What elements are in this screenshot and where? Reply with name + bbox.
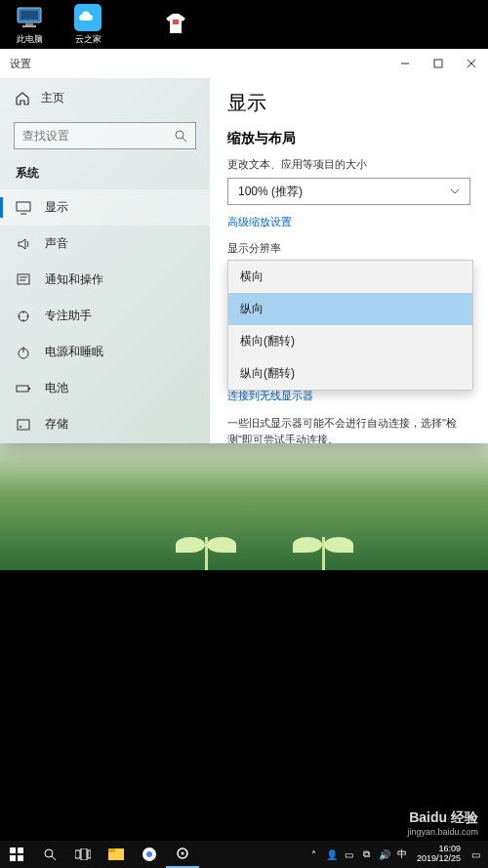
tray-volume-icon[interactable]: 🔊 [376, 841, 393, 868]
titlebar: 设置 [0, 49, 488, 78]
focus-icon [16, 309, 31, 324]
taskbar-app-chrome[interactable] [133, 841, 166, 868]
svg-point-23 [20, 426, 21, 428]
chevron-down-icon [450, 188, 460, 194]
svg-rect-39 [108, 848, 115, 852]
orientation-option[interactable]: 纵向(翻转) [228, 357, 472, 390]
sidebar-item-battery[interactable]: 电池 [0, 370, 210, 406]
search-input[interactable] [14, 122, 196, 149]
sidebar-item-sound[interactable]: 声音 [0, 226, 210, 262]
orientation-option[interactable]: 横向(翻转) [228, 325, 472, 357]
search-icon [174, 129, 187, 143]
sidebar-item-focus[interactable]: 专注助手 [0, 298, 210, 334]
advanced-scale-link[interactable]: 高级缩放设置 [227, 215, 470, 229]
svg-rect-36 [81, 848, 87, 860]
sound-icon [16, 236, 31, 252]
sidebar-item-label: 电源和睡眠 [45, 344, 103, 360]
battery-icon [16, 381, 31, 396]
tray-network-icon[interactable]: ⧉ [358, 841, 376, 868]
resolution-label: 显示分辨率 [227, 241, 470, 256]
storage-icon [16, 417, 31, 433]
scale-label: 更改文本、应用等项目的大小 [227, 157, 470, 172]
section-scale: 缩放与布局 [227, 130, 470, 147]
svg-rect-20 [17, 386, 28, 392]
display-icon [16, 200, 31, 216]
svg-rect-5 [173, 20, 179, 24]
pc-icon [16, 4, 43, 31]
content-pane: 显示 缩放与布局 更改文本、应用等项目的大小 100% (推荐) 高级缩放设置 … [210, 78, 488, 443]
sidebar-item-storage[interactable]: 存储 [0, 406, 210, 442]
search-button[interactable] [33, 841, 66, 868]
taskbar-app-settings[interactable] [166, 841, 199, 868]
watermark: Baidu 经验 jingyan.baidu.com [407, 809, 478, 837]
sidebar-item-notifications[interactable]: 通知和操作 [0, 262, 210, 298]
svg-point-43 [182, 852, 184, 855]
tray-ime-icon[interactable]: 中 [393, 841, 411, 868]
sidebar-item-label: 电池 [45, 380, 68, 396]
start-button[interactable] [0, 841, 33, 868]
tray-up-icon[interactable]: ˄ [305, 841, 323, 868]
home-link[interactable]: 主页 [0, 84, 210, 112]
orientation-option[interactable]: 横向 [228, 261, 472, 293]
svg-rect-7 [434, 60, 442, 67]
svg-rect-29 [10, 847, 16, 853]
svg-line-11 [183, 138, 186, 142]
svg-rect-12 [17, 202, 30, 211]
cloud-icon [74, 4, 102, 31]
window-title: 设置 [10, 57, 388, 71]
svg-point-41 [146, 851, 152, 857]
sidebar-item-display[interactable]: 显示 [0, 189, 210, 226]
sidebar-item-power[interactable]: 电源和睡眠 [0, 334, 210, 370]
settings-window: 设置 主页 系统 显示声音通知和操作专注助手电源和睡眠电池存储平板模式多任务处理 [0, 49, 488, 443]
svg-line-34 [52, 856, 56, 860]
svg-rect-2 [25, 23, 33, 25]
task-view-button[interactable] [66, 841, 100, 868]
svg-rect-14 [18, 274, 29, 284]
sidebar-item-label: 通知和操作 [45, 271, 103, 288]
section-header: 系统 [0, 161, 210, 189]
tray-people-icon[interactable]: 👤 [323, 841, 341, 868]
svg-rect-3 [22, 25, 36, 27]
svg-rect-37 [88, 850, 91, 858]
detect-note: 一些旧式显示器可能不会进行自动连接，选择"检测"即可尝试手动连接。 [227, 415, 470, 443]
page-title: 显示 [227, 90, 470, 116]
sidebar-item-tablet[interactable]: 平板模式 [0, 442, 210, 443]
taskbar-clock[interactable]: 16:09 2019/12/25 [411, 845, 467, 864]
connect-wireless-link[interactable]: 连接到无线显示器 [227, 389, 470, 403]
svg-point-10 [176, 131, 183, 139]
svg-rect-22 [18, 420, 29, 430]
sidebar: 主页 系统 显示声音通知和操作专注助手电源和睡眠电池存储平板模式多任务处理 [0, 78, 210, 443]
maximize-button[interactable] [422, 49, 455, 78]
desktop-icon-cloud-home[interactable]: 云之家 [68, 4, 107, 46]
taskbar-app-explorer[interactable] [100, 841, 133, 868]
orientation-dropdown-open: 横向纵向横向(翻转)纵向(翻转) [227, 260, 473, 391]
svg-rect-32 [18, 855, 23, 861]
svg-rect-1 [20, 11, 38, 20]
home-icon [16, 92, 29, 105]
power-icon [16, 345, 31, 360]
svg-point-33 [45, 849, 53, 857]
orientation-option[interactable]: 纵向 [228, 293, 472, 325]
close-button[interactable] [455, 49, 488, 78]
minimize-button[interactable] [388, 49, 422, 78]
desktop-icon-this-pc[interactable]: 此电脑 [10, 4, 49, 46]
notifications-icon [16, 272, 31, 288]
tray-notification-icon[interactable]: ▭ [467, 841, 484, 868]
sidebar-item-label: 专注助手 [45, 308, 92, 324]
sidebar-item-label: 存储 [45, 416, 68, 433]
svg-rect-35 [75, 850, 80, 858]
scale-dropdown[interactable]: 100% (推荐) [227, 178, 470, 205]
sidebar-item-label: 声音 [45, 235, 68, 252]
wallpaper [0, 443, 488, 570]
sidebar-item-label: 显示 [45, 199, 68, 216]
svg-rect-21 [28, 388, 30, 390]
svg-rect-30 [18, 847, 23, 853]
svg-rect-31 [10, 855, 16, 861]
tshirt-icon[interactable] [166, 14, 185, 35]
taskbar: ˄ 👤 ▭ ⧉ 🔊 中 16:09 2019/12/25 ▭ [0, 841, 488, 868]
tray-display-icon[interactable]: ▭ [341, 841, 358, 868]
